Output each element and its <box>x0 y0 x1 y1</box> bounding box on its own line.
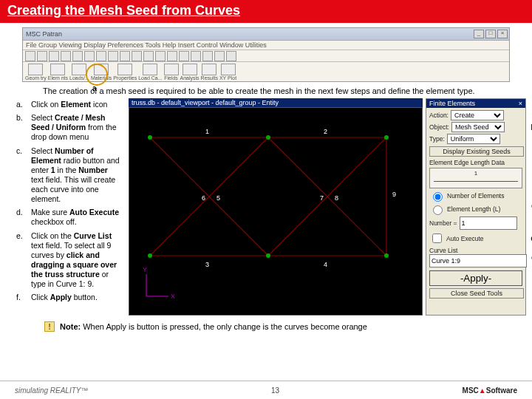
note-text: When Apply is button is pressed, the onl… <box>83 322 367 331</box>
type-label: Type: <box>429 135 445 143</box>
display-seeds-button[interactable]: Display Existing Seeds <box>429 146 524 157</box>
tool-icon[interactable] <box>132 51 142 61</box>
viewport: truss.db - default_viewport - default_gr… <box>129 98 423 316</box>
step-text: Select Number of Element radio button an… <box>31 146 124 207</box>
callout-a: a <box>92 84 97 92</box>
step-letter: b. <box>16 113 30 144</box>
action-label: Action: <box>429 112 449 119</box>
tool-icon[interactable] <box>143 51 154 61</box>
step-text: Click on the Curve List text field. To s… <box>31 231 124 292</box>
tool-icon[interactable] <box>191 51 201 61</box>
tab-fields[interactable]: Fields <box>164 64 179 81</box>
tool-icon[interactable] <box>25 51 35 61</box>
slide-title: Creating the Mesh Seed from Curves <box>0 0 532 23</box>
tool-icon[interactable] <box>179 51 189 61</box>
auto-execute-label: Auto Execute <box>446 235 484 242</box>
svg-text:8: 8 <box>335 194 338 202</box>
curve-list-input[interactable] <box>429 254 527 267</box>
step-letter: e. <box>16 231 30 292</box>
curve-list-label: Curve List <box>429 247 457 254</box>
svg-point-21 <box>148 253 152 258</box>
tool-icon[interactable] <box>202 51 213 61</box>
warning-icon: ! <box>44 321 55 332</box>
svg-point-18 <box>148 135 152 140</box>
msc-logo: MSC▲Software <box>463 386 517 395</box>
tab-results[interactable]: Results <box>201 64 218 81</box>
object-label: Object: <box>429 123 449 131</box>
elem-length-label: Element Length (L) <box>447 205 500 213</box>
number-label: Number = <box>429 219 457 227</box>
footer-left: simulating REALITY™ <box>15 386 88 395</box>
tool-icon[interactable] <box>96 51 106 61</box>
tool-icon[interactable] <box>120 51 130 61</box>
svg-text:Y: Y <box>143 266 147 273</box>
tab-geometry[interactable]: Geom try <box>25 64 47 81</box>
apply-button[interactable]: -Apply- <box>429 270 522 286</box>
svg-point-23 <box>384 253 389 258</box>
steps-list: a.Click on Element iconb.Select Create /… <box>15 98 126 316</box>
finite-elements-panel: Finite Elements× Action:Create Object:Me… <box>426 98 526 316</box>
elem-length-radio[interactable] <box>433 205 443 215</box>
tab-analysis[interactable]: Analysis <box>180 64 200 81</box>
step-letter: c. <box>16 146 30 207</box>
close-seed-button[interactable]: Close Seed Tools <box>429 288 524 299</box>
note: ! Note: When Apply is button is pressed,… <box>44 321 510 332</box>
step-text: Make sure Auto Execute checkbox off. <box>31 208 124 229</box>
tab-properties[interactable]: Properties <box>113 64 137 81</box>
seed-slider[interactable] <box>429 168 522 188</box>
footer: simulating REALITY™ 13 MSC▲Software <box>0 381 532 399</box>
tool-icon[interactable] <box>61 51 71 61</box>
tool-icon[interactable] <box>72 51 83 61</box>
tab-loadcases[interactable]: Load Ca... <box>138 64 162 81</box>
svg-text:1: 1 <box>205 128 209 135</box>
svg-point-22 <box>266 253 270 258</box>
action-select[interactable]: Create <box>451 110 504 120</box>
app-title: MSC Patran <box>26 30 62 38</box>
svg-point-20 <box>384 135 389 140</box>
page-number: 13 <box>271 386 279 395</box>
intro-text: The creation of a mesh seed is required … <box>43 86 510 95</box>
tab-elements[interactable]: Elem nts <box>48 64 68 81</box>
viewport-canvas[interactable]: 1 2 3 4 6 5 7 8 9 YX <box>129 107 423 316</box>
viewport-header: truss.db - default_viewport - default_gr… <box>129 98 423 107</box>
tool-icon[interactable] <box>84 51 95 61</box>
num-elements-label: Number of Elements <box>447 192 504 200</box>
step-text: Select Create / Mesh Seed / Uniform from… <box>31 113 124 144</box>
tool-icon[interactable] <box>155 51 166 61</box>
num-elements-radio[interactable] <box>433 192 443 202</box>
tool-icon[interactable] <box>108 51 118 61</box>
step-letter: d. <box>16 208 30 229</box>
svg-point-19 <box>266 135 270 140</box>
app-titlebar: MSC Patran _ □ × <box>23 28 509 41</box>
tool-icon[interactable] <box>214 51 225 61</box>
object-select[interactable]: Mesh Seed <box>451 122 505 132</box>
svg-text:9: 9 <box>392 191 396 198</box>
tool-icon[interactable] <box>226 51 236 61</box>
panel-title: Finite Elements <box>429 100 475 107</box>
close-icon[interactable]: × <box>497 30 508 38</box>
tool-icon[interactable] <box>167 51 177 61</box>
number-input[interactable] <box>460 216 517 230</box>
step-letter: f. <box>16 293 30 304</box>
svg-text:3: 3 <box>205 261 209 268</box>
app-menu[interactable]: File Group Viewing Display Preferences T… <box>23 41 509 50</box>
tool-icon[interactable] <box>37 51 47 61</box>
svg-text:2: 2 <box>324 128 327 135</box>
step-letter: a. <box>16 100 30 112</box>
callout-circle-a <box>86 64 108 86</box>
panel-close-icon[interactable]: × <box>519 100 522 107</box>
svg-text:4: 4 <box>324 261 327 268</box>
note-label: Note: <box>60 322 81 331</box>
type-select[interactable]: Uniform <box>447 134 500 144</box>
svg-text:X: X <box>171 293 175 300</box>
tab-xyplot[interactable]: XY Plot <box>219 64 236 81</box>
step-text: Click on Element icon <box>31 100 124 112</box>
step-text: Click Apply button. <box>31 293 124 304</box>
svg-text:5: 5 <box>216 194 220 202</box>
auto-execute-checkbox[interactable] <box>432 233 442 243</box>
edge-data-label: Element Edge Length Data <box>429 159 505 166</box>
maximize-icon[interactable]: □ <box>485 30 496 38</box>
minimize-icon[interactable]: _ <box>474 30 484 38</box>
tool-icon[interactable] <box>49 51 59 61</box>
toolbar-row-1[interactable] <box>23 50 509 62</box>
